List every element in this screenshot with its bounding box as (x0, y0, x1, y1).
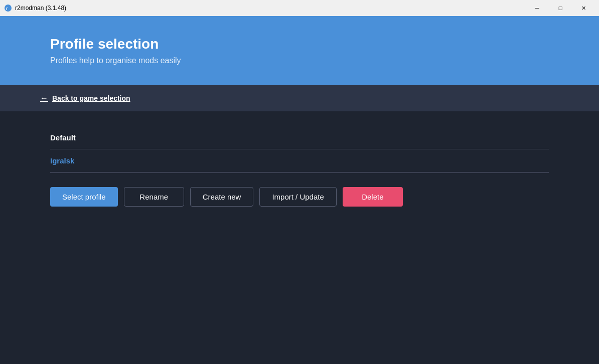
main-content: Default Igralsk Select profile Rename Cr… (0, 111, 599, 364)
titlebar-controls: ─ □ ✕ (526, 0, 595, 16)
back-link-label: Back to game selection (52, 94, 130, 102)
navbar: ← Back to game selection (0, 85, 599, 111)
profile-item-igralsk[interactable]: Igralsk (50, 149, 549, 172)
app-title: r2modman (3.1.48) (15, 5, 66, 12)
create-new-button[interactable]: Create new (190, 187, 254, 207)
profile-item-label: Default (50, 133, 76, 142)
rename-button[interactable]: Rename (124, 187, 184, 207)
titlebar-left: r r2modman (3.1.48) (4, 4, 66, 12)
page-title: Profile selection (50, 36, 549, 52)
titlebar: r r2modman (3.1.48) ─ □ ✕ (0, 0, 599, 16)
close-button[interactable]: ✕ (572, 0, 595, 16)
hero-section: Profile selection Profiles help to organ… (0, 16, 599, 85)
back-to-game-selection-link[interactable]: ← Back to game selection (40, 94, 130, 103)
minimize-button[interactable]: ─ (526, 0, 549, 16)
profile-list: Default Igralsk (50, 126, 549, 173)
profile-item-label: Igralsk (50, 156, 74, 165)
action-buttons: Select profile Rename Create new Import … (50, 187, 549, 207)
app-icon: r (4, 4, 12, 12)
back-arrow-icon: ← (40, 94, 48, 103)
profile-item-default[interactable]: Default (50, 126, 549, 149)
select-profile-button[interactable]: Select profile (50, 187, 118, 207)
maximize-button[interactable]: □ (549, 0, 572, 16)
import-update-button[interactable]: Import / Update (259, 187, 336, 207)
delete-button[interactable]: Delete (343, 187, 403, 207)
page-subtitle: Profiles help to organise mods easily (50, 56, 549, 65)
svg-text:r: r (6, 6, 8, 11)
